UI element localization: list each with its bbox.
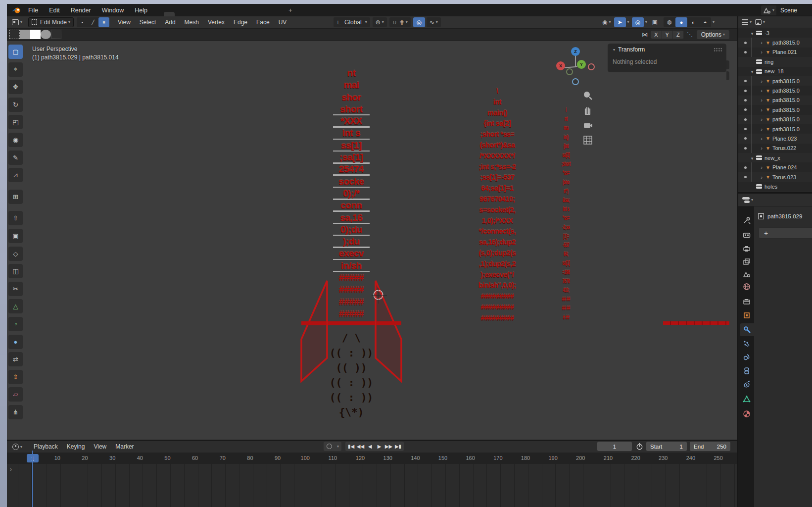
outliner-row-path3815-0[interactable]: ▼ path3815.0	[738, 105, 812, 114]
add-modifier-button[interactable]: +	[759, 227, 812, 239]
editor-type-button[interactable]: ▾	[9, 17, 25, 27]
properties-breadcrumb[interactable]: path3815.029	[758, 213, 812, 219]
keying-set-dropdown[interactable]: ▾	[334, 442, 340, 451]
auto-keyframe-button[interactable]	[325, 442, 334, 451]
outliner-item-label[interactable]: Plane.024	[772, 164, 797, 170]
gizmo-x-neg-axis[interactable]	[588, 63, 595, 70]
properties-tab-object-data[interactable]	[740, 393, 753, 406]
outliner-item-label[interactable]: new_x	[764, 155, 780, 161]
panel-collapse-chevron[interactable]: ▾	[613, 48, 615, 52]
outliner-item-label[interactable]: Torus.023	[772, 174, 796, 180]
menu-edit[interactable]: Edit	[44, 4, 65, 16]
outliner-row-path3815-0[interactable]: ▼ path3815.0	[738, 86, 812, 95]
face-select-button[interactable]: ■	[98, 17, 109, 27]
play-reverse-button[interactable]: ◀	[365, 442, 375, 451]
outliner-item-label[interactable]: path3815.0	[772, 126, 800, 132]
start-frame-field[interactable]: Start1	[646, 442, 687, 451]
timeline-ruler[interactable]: 1020304050607080901001101201301401501601…	[7, 453, 737, 464]
orientation-dropdown[interactable]: ∟ Global ▾	[334, 17, 370, 27]
scene-name-field[interactable]: Scene	[776, 5, 812, 15]
properties-editor-type-button[interactable]: ▾	[738, 197, 753, 203]
outliner-row-ring[interactable]: ▼ ring	[738, 57, 812, 66]
proportional-falloff-dropdown[interactable]: ∿ ▾	[427, 17, 441, 27]
expand-chevron-icon[interactable]	[759, 78, 764, 84]
properties-tab-object[interactable]	[740, 309, 753, 322]
properties-tab-collection[interactable]	[740, 295, 753, 308]
outliner-item-label[interactable]: ring	[764, 59, 773, 65]
menu-help[interactable]: Help	[129, 4, 153, 16]
properties-tab-particles[interactable]	[740, 337, 753, 350]
sidebar-tab-view[interactable]	[726, 71, 729, 80]
outliner-item-label[interactable]: path3815.0	[772, 107, 800, 113]
tool-scale[interactable]: ◰	[8, 115, 23, 129]
channel-expand-arrow[interactable]: ›	[10, 466, 12, 473]
expand-chevron-icon[interactable]	[749, 155, 755, 161]
properties-tab-world[interactable]	[740, 280, 753, 293]
expand-chevron-icon[interactable]	[759, 136, 764, 142]
tool-rotate[interactable]: ↻	[8, 98, 23, 112]
gizmo-x-axis[interactable]: X	[556, 61, 565, 70]
outliner-row-new-x[interactable]: ▼ new_x	[738, 153, 812, 162]
tool-edge-slide[interactable]: ⇄	[8, 352, 23, 366]
outliner-row-torus-022[interactable]: ▼ Torus.022	[738, 144, 812, 153]
gizmo-z-neg-axis[interactable]	[572, 78, 579, 85]
outliner-row-path3815-0[interactable]: ▼ path3815.0	[738, 76, 812, 86]
mode-dropdown[interactable]: Edit Mode ▾	[28, 17, 74, 27]
expand-chevron-icon[interactable]	[759, 107, 764, 113]
menu-render[interactable]: Render	[65, 4, 96, 16]
outliner-row-path3815-0[interactable]: ▼ path3815.0	[738, 38, 812, 47]
zoom-tool-icon[interactable]	[582, 90, 594, 102]
jump-to-end-button[interactable]: ▶▮	[393, 442, 403, 451]
3d-viewport[interactable]: ▢ ⌖ ✥ ↻ ◰ ◉ ✎ ⊿ ⊞ ⇧	[7, 41, 737, 440]
expand-chevron-icon[interactable]	[749, 30, 755, 36]
outliner-item-label[interactable]: -3	[764, 30, 769, 36]
perspective-grid-icon[interactable]	[582, 135, 594, 147]
red-object-streak[interactable]	[663, 321, 729, 325]
gizmo-y-axis[interactable]: Y	[577, 60, 586, 69]
outliner-row-path3815-0[interactable]: ▼ path3815.0	[738, 115, 812, 124]
gizmo-z-axis[interactable]: Z	[571, 47, 580, 56]
outliner-row-torus-023[interactable]: ▼ Torus.023	[738, 172, 812, 182]
tool-select-box[interactable]: ▢	[8, 45, 23, 59]
timeline-channels[interactable]: ›	[7, 464, 737, 507]
timeline-editor-type-button[interactable]: ▾	[10, 442, 25, 452]
expand-chevron-icon[interactable]	[759, 49, 764, 55]
outliner-display-mode-button[interactable]: ▾	[742, 19, 752, 25]
menu-file[interactable]: File	[23, 4, 44, 16]
viewport-menu-select[interactable]: Select	[135, 16, 160, 28]
visibility-dropdown[interactable]: ◉ ▾	[600, 17, 614, 27]
tool-cursor[interactable]: ⌖	[8, 62, 23, 77]
expand-chevron-icon[interactable]	[759, 88, 764, 94]
outliner-item-label[interactable]: path3815.0	[772, 116, 800, 122]
expand-chevron-icon[interactable]	[749, 68, 755, 74]
tool-annotate[interactable]: ✎	[8, 151, 23, 165]
outliner-item-label[interactable]: Plane.023	[772, 136, 797, 142]
playhead-line[interactable]	[32, 451, 33, 507]
expand-chevron-icon[interactable]	[759, 145, 764, 151]
outliner-filter-button[interactable]: ▾	[755, 19, 765, 25]
play-button[interactable]: ▶	[375, 442, 384, 451]
timeline-menu-marker[interactable]: Marker	[111, 441, 138, 453]
outliner-item-label[interactable]: Torus.022	[772, 145, 796, 151]
menu-window[interactable]: Window	[96, 4, 129, 16]
panel-drag-grip[interactable]	[714, 48, 722, 51]
properties-tab-effects[interactable]	[740, 378, 753, 391]
expand-chevron-icon[interactable]	[759, 164, 764, 170]
viewport-menu-edge[interactable]: Edge	[229, 16, 252, 28]
navigation-gizmo[interactable]: Z X Y	[551, 45, 611, 89]
properties-tab-material[interactable]	[740, 407, 753, 420]
pan-hand-icon[interactable]	[582, 105, 594, 117]
outliner-row-holes[interactable]: ▼ holes	[738, 182, 812, 191]
pivot-point-dropdown[interactable]: ⊚ ▾	[373, 17, 387, 27]
outliner-item-label[interactable]: path3815.0	[772, 78, 800, 84]
correct-face-attributes-icon[interactable]: ⋱	[687, 31, 693, 38]
tool-measure[interactable]: ⊿	[8, 168, 23, 182]
tool-move[interactable]: ✥	[8, 80, 23, 94]
gizmos-toggle[interactable]: ➤	[614, 17, 626, 27]
camera-view-icon[interactable]	[582, 120, 594, 132]
shading-material-button[interactable]: ◐	[687, 17, 699, 27]
tool-add-cube[interactable]: ⊞	[8, 190, 23, 204]
tool-transform[interactable]: ◉	[8, 133, 23, 147]
viewport-menu-view[interactable]: View	[113, 16, 135, 28]
tool-inset[interactable]: ▣	[8, 229, 23, 243]
